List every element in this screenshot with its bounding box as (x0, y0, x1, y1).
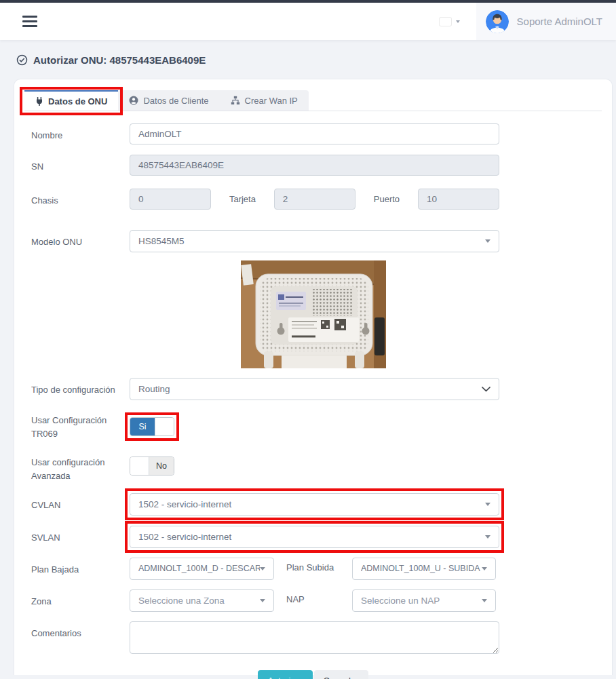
user-circle-icon (129, 96, 138, 105)
comentarios-textarea[interactable] (130, 621, 499, 654)
tarjeta-label: Tarjeta (229, 194, 256, 204)
caret-down-icon (260, 599, 265, 602)
avanzada-toggle-value: No (149, 457, 174, 475)
nombre-input[interactable] (130, 123, 499, 144)
page-title-text: Autorizar ONU: 48575443EAB6409E (33, 54, 206, 66)
plan-subida-select[interactable]: ADMINOLT_100M_U - SUBIDA (352, 558, 496, 580)
cvlan-select[interactable]: 1502 - servicio-internet (130, 493, 499, 516)
plan-bajada-select[interactable]: ADMINOLT_100M_D - DESCARGA (130, 558, 274, 580)
plan-subida-value: ADMINOLT_100M_U - SUBIDA (361, 564, 480, 573)
language-dropdown[interactable] (440, 18, 460, 26)
nap-label: NAP (274, 589, 352, 604)
nap-select[interactable]: Seleccione un NAP (352, 589, 496, 612)
autorizar-button[interactable]: Autorizar (258, 670, 312, 679)
cancelar-button[interactable]: Cancelar (314, 670, 368, 679)
tipo-configuracion-select[interactable]: Routing (130, 378, 499, 400)
authorize-onu-card: Datos de ONU Datos de Cliente Crear Wan … (14, 79, 613, 675)
modelo-onu-label: Modelo ONU (24, 230, 130, 252)
avanzada-label: Usar configuración Avanzada (24, 450, 130, 483)
caret-down-icon (260, 567, 265, 570)
caret-down-icon (485, 535, 490, 539)
avatar (486, 10, 509, 33)
tipo-configuracion-label: Tipo de configuración (24, 378, 130, 400)
page-title: Autorizar ONU: 48575443EAB6409E (0, 40, 616, 79)
sitemap-icon (231, 96, 240, 105)
plug-icon (35, 97, 43, 106)
avanzada-toggle[interactable]: No (130, 457, 174, 476)
svlan-label: SVLAN (24, 526, 130, 548)
caret-down-icon (485, 503, 490, 506)
puerto-input (418, 189, 499, 210)
svlan-value: 1502 - servicio-internet (138, 532, 231, 542)
tab-label: Datos de Cliente (143, 96, 208, 106)
tab-datos-de-cliente[interactable]: Datos de Cliente (118, 90, 219, 111)
sn-label: SN (24, 155, 130, 176)
toggle-handle (130, 457, 149, 475)
tr069-toggle-value: Si (130, 418, 155, 435)
puerto-label: Puerto (374, 194, 400, 204)
toggle-handle (155, 418, 174, 435)
plan-bajada-value: ADMINOLT_100M_D - DESCARGA (138, 564, 260, 573)
onu-device-photo (241, 260, 386, 368)
app-header: Soporte AdminOLT (0, 3, 616, 40)
menu-icon[interactable] (22, 13, 37, 30)
tab-label: Crear Wan IP (245, 96, 298, 106)
comentarios-label: Comentarios (24, 621, 130, 657)
tr069-label: Usar Configuración TR069 (24, 408, 130, 441)
modelo-onu-select[interactable]: HS8545M5 (130, 230, 499, 252)
caret-down-icon (456, 20, 460, 23)
user-menu[interactable]: Soporte AdminOLT (476, 3, 616, 40)
sn-input (130, 155, 499, 176)
chasis-label: Chasis (24, 189, 130, 210)
caret-down-icon (482, 599, 487, 602)
tarjeta-input (274, 189, 355, 210)
svlan-select[interactable]: 1502 - servicio-internet (130, 526, 499, 548)
chasis-input (130, 189, 211, 210)
check-circle-icon (16, 54, 28, 66)
zona-label: Zona (24, 589, 130, 612)
tab-crear-wan-ip[interactable]: Crear Wan IP (220, 90, 309, 111)
spain-flag-icon (440, 18, 451, 26)
nombre-label: Nombre (24, 123, 130, 144)
zona-placeholder: Seleccione una Zona (138, 596, 225, 606)
nap-placeholder: Seleccione un NAP (361, 596, 440, 606)
tab-datos-de-onu[interactable]: Datos de ONU (24, 90, 118, 111)
tipo-configuracion-value: Routing (138, 384, 170, 394)
zona-select[interactable]: Seleccione una Zona (130, 589, 274, 612)
caret-down-icon (482, 567, 487, 570)
caret-down-icon (485, 239, 490, 243)
user-name: Soporte AdminOLT (517, 16, 602, 27)
cvlan-label: CVLAN (24, 493, 130, 516)
plan-bajada-label: Plan Bajada (24, 558, 130, 580)
tab-label: Datos de ONU (48, 96, 107, 106)
plan-subida-label: Plan Subida (274, 558, 352, 573)
tab-bar: Datos de ONU Datos de Cliente Crear Wan … (24, 90, 602, 111)
cvlan-value: 1502 - servicio-internet (138, 499, 231, 509)
tr069-toggle[interactable]: Si (130, 417, 174, 436)
modelo-onu-value: HS8545M5 (138, 236, 185, 246)
chevron-down-icon (482, 387, 490, 392)
